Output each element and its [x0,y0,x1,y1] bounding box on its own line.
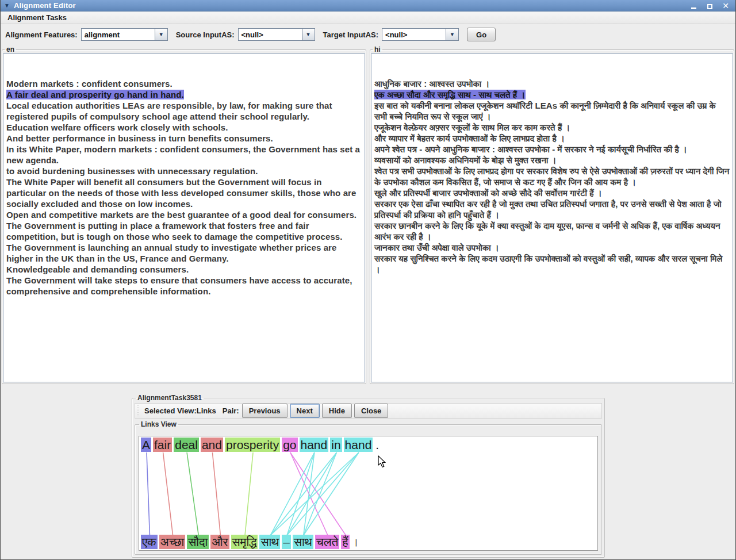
source-token[interactable]: deal [174,438,199,452]
source-pane: en Modern markets : confident consumers.… [2,46,366,384]
source-token[interactable]: fair [153,438,172,452]
previous-button[interactable]: Previous [242,404,288,418]
target-pane-title: hi [373,46,382,53]
alignment-task-title: AlignmentTask3581 [136,394,204,401]
source-inputas-label: Source InputAS: [176,30,235,39]
alignment-features-combo[interactable]: alignment ▼ [81,28,168,41]
sentence[interactable]: In its White Paper, modern markets : con… [6,144,362,166]
links-source-row: Afairdealandprosperitygohandinhand. [141,438,380,452]
target-token[interactable]: । [351,535,362,549]
sentence[interactable]: The Government is launching an annual st… [6,242,362,264]
pair-buttons: PreviousNextHideClose [242,404,389,418]
target-token[interactable]: चलते [315,535,340,549]
links-lines [139,436,598,551]
go-button[interactable]: Go [467,28,496,41]
sentence[interactable]: Knowledgeable and demanding consumers. [6,264,362,275]
sentence[interactable]: Local education authorities LEAs are res… [6,100,362,122]
links-target-row: एकअच्छासौदाऔरसमृद्धिसाथ–साथचलतेहैं। [141,535,362,549]
document-panes: en Modern markets : confident consumers.… [1,45,735,384]
sentence[interactable]: The Government is putting in place a fra… [6,220,362,242]
target-token[interactable]: समृद्धि [231,535,258,549]
links-view-title: Links View [139,421,178,428]
target-inputas-combo[interactable]: <null> ▼ [382,28,459,41]
source-pane-title: en [5,46,16,53]
source-token[interactable]: hand [344,438,373,452]
target-pane-content[interactable]: आधुनिक बाजार : आश्वस्त उपभोका ।एक अच्छा … [371,53,733,382]
maximize-icon [707,4,712,9]
window-menu-icon[interactable]: ▼ [4,3,10,9]
sentence[interactable]: एजूकेशन वेल्फ़ेयर अफ़्सर स्कूलों के साथ … [374,122,730,133]
links-view-panel: Links View Afairdealandprosperitygohandi… [135,421,602,555]
chevron-down-icon[interactable]: ▼ [155,29,167,40]
next-button[interactable]: Next [290,404,320,418]
sentence[interactable]: And better performance in business in tu… [6,133,362,144]
target-token[interactable]: सौदा [187,535,209,549]
alignment-task-panel: AlignmentTask3581 Selected View:Links Pa… [132,394,605,558]
target-inputas-value: <null> [382,29,446,40]
toolbar-grip-handle[interactable] [136,405,140,417]
alignment-editor-window: ▼ Alignment Editor ✕ Alignment Tasks Ali… [0,0,736,560]
sentence[interactable]: The White Paper will benefit all consume… [6,177,362,209]
source-token[interactable]: in [330,438,342,452]
sentence[interactable]: खुले और प्रतिस्पर्धी बाजार उपभोक्ताओं को… [374,187,730,198]
mouse-cursor-icon [378,455,386,468]
sentence[interactable]: अपने श्वेत पत्र - अपने आधुनिक बाजार : आश… [374,144,730,155]
chevron-down-icon[interactable]: ▼ [446,29,458,40]
sentence[interactable]: Modern markets : confident consumers. [6,78,362,89]
alignment-features-label: Alignment Features: [5,30,78,39]
window-title: Alignment Editor [14,1,76,10]
source-token[interactable]: hand [300,438,329,452]
hide-button[interactable]: Hide [322,404,352,418]
target-token[interactable]: साथ [293,535,313,549]
target-token[interactable]: – [282,535,291,549]
sentence[interactable]: आधुनिक बाजार : आश्वस्त उपभोका । [374,78,730,89]
source-token[interactable]: and [201,438,223,452]
menu-bar: Alignment Tasks [1,11,735,24]
sentence[interactable]: सरकार छानबीन करने के लिए कि यूके में क्य… [374,220,730,242]
sentence[interactable]: Education welfare officers work closely … [6,122,362,133]
links-canvas: Afairdealandprosperitygohandinhand. एकअच… [139,436,598,551]
close-button[interactable]: ✕ [722,2,730,10]
sentence[interactable]: श्वेत पत्र सभी उपभोक्ताओं के लिए लाभप्रद… [374,166,730,187]
minimize-button[interactable] [689,2,697,10]
close-icon: ✕ [722,2,729,10]
task-toolbar: Selected View:Links Pair: PreviousNextHi… [135,403,602,419]
target-token[interactable]: अच्छा [159,535,185,549]
sentence[interactable]: और व्यापार में बेहतर कार्य उपभोक्ताओं के… [374,133,730,144]
source-inputas-value: <null> [239,29,302,40]
main-toolbar: Alignment Features: alignment ▼ Source I… [1,24,735,45]
maximize-button[interactable] [706,2,714,10]
minimize-icon [691,7,696,9]
target-token[interactable]: एक [141,535,158,549]
menu-alignment-tasks[interactable]: Alignment Tasks [5,12,69,23]
source-token[interactable]: A [141,438,151,452]
target-token[interactable]: और [210,535,229,549]
source-pane-content[interactable]: Modern markets : confident consumers.A f… [3,53,365,382]
target-inputas-label: Target InputAS: [323,30,379,39]
sentence[interactable]: इस बात को यकीनी बनाना लोकल एजूकेशन अथॉरि… [374,100,730,122]
sentence[interactable]: एक अच्छा सौदा और समृद्धि साथ - साथ चलते … [374,89,730,100]
close-button[interactable]: Close [354,404,388,418]
target-pane: hi आधुनिक बाजार : आश्वस्त उपभोका ।एक अच्… [370,46,734,384]
alignment-features-value: alignment [82,29,155,40]
title-bar: ▼ Alignment Editor ✕ [1,0,735,11]
target-token[interactable]: हैं [341,535,349,549]
sentence[interactable]: The Government will take steps to ensure… [6,275,362,297]
sentence[interactable]: A fair deal and prosperity go hand in ha… [6,89,362,100]
sentence[interactable]: जानकार तथा उँची अपेक्षा वाले उपभोका । [374,242,730,253]
source-token[interactable]: prosperity [225,438,280,452]
selected-view-label: Selected View:Links [144,406,216,415]
source-token[interactable]: go [282,438,297,452]
sentence[interactable]: सरकार यह सुनिश्चित करने के लिए कदम उठाएग… [374,253,730,275]
target-token[interactable]: साथ [259,535,280,549]
chevron-down-icon[interactable]: ▼ [302,29,315,40]
pair-label: Pair: [223,406,239,415]
source-token[interactable]: . [374,438,380,452]
sentence[interactable]: to avoid burdening businesses with unnec… [6,166,362,177]
sentence[interactable]: Open and competitive markets are the bes… [6,209,362,220]
sentence[interactable]: सरकार एक ऐसा ढाँचा स्थापित कर रही है जो … [374,198,730,220]
source-inputas-combo[interactable]: <null> ▼ [238,28,315,41]
sentence[interactable]: व्यवसायों को अनावश्यक अधिनियमों के बोझ स… [374,155,730,166]
